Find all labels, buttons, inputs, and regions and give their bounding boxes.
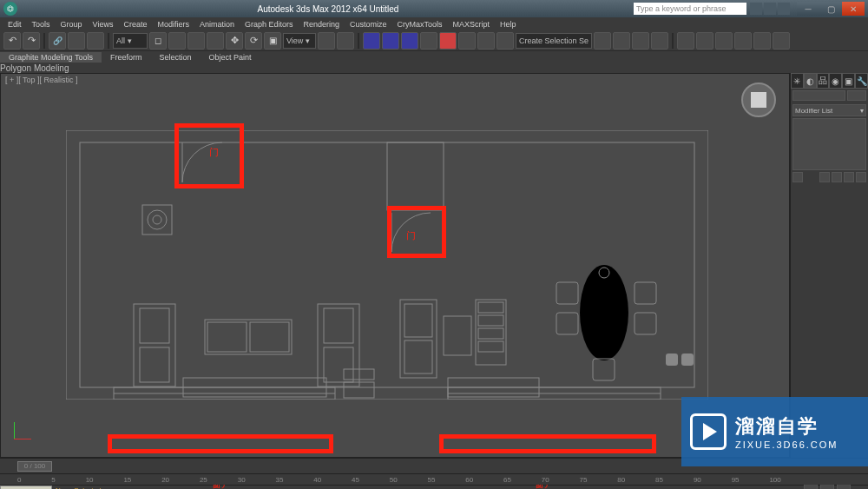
render-button[interactable] xyxy=(715,32,733,50)
bind-spacewarp-button[interactable] xyxy=(87,32,104,50)
select-button[interactable] xyxy=(149,32,167,50)
ribbon-toggle-button[interactable] xyxy=(594,32,611,50)
menu-group[interactable]: Group xyxy=(56,19,87,30)
spinner-snap-button[interactable] xyxy=(420,32,437,50)
modifier-list-dropdown[interactable]: Modifier List▾ xyxy=(792,104,866,116)
cmd-tab-utilities[interactable]: 🔧 xyxy=(855,73,868,89)
menu-modifiers[interactable]: Modifiers xyxy=(153,19,194,30)
menu-tools[interactable]: Tools xyxy=(28,19,55,30)
menu-views[interactable]: Views xyxy=(89,19,118,30)
cmd-tab-display[interactable]: ▣ xyxy=(842,73,855,89)
infocenter-star-icon[interactable] xyxy=(764,3,776,15)
show-end-result-button[interactable] xyxy=(819,172,830,182)
pin-stack-button[interactable] xyxy=(792,172,803,182)
link-button[interactable] xyxy=(49,32,66,50)
select-region-button[interactable] xyxy=(187,32,205,50)
render-preset-button[interactable] xyxy=(773,32,790,50)
main-toolbar: All ▾ View ▾ Create Selection Se xyxy=(0,30,868,51)
redo-button[interactable] xyxy=(23,32,40,50)
mirror-button[interactable] xyxy=(458,32,476,50)
app-icon[interactable]: ⏣ xyxy=(3,2,17,16)
selection-filter-dropdown[interactable]: All ▾ xyxy=(113,33,148,49)
ribbon-tab-selection[interactable]: Selection xyxy=(150,52,200,63)
close-button[interactable]: ✕ xyxy=(842,2,865,16)
floorplan-svg xyxy=(66,130,708,400)
menu-crymaxtools[interactable]: CryMaxTools xyxy=(393,19,447,30)
edit-named-sel-button[interactable] xyxy=(439,32,457,50)
material-editor-button[interactable] xyxy=(651,32,668,50)
configure-sets-button[interactable] xyxy=(856,172,866,182)
schematic-view-button[interactable] xyxy=(632,32,649,50)
cmd-tab-motion[interactable]: ◉ xyxy=(829,73,842,89)
viewport-shade-icon[interactable] xyxy=(666,354,678,366)
snap-toggle-button[interactable] xyxy=(363,32,380,50)
watermark-text: 溜溜自学 ZIXUE.3D66.COM xyxy=(735,413,838,450)
svg-point-2 xyxy=(148,210,167,229)
svg-rect-32 xyxy=(478,341,503,352)
menu-help[interactable]: Help xyxy=(496,19,521,30)
minimize-button[interactable]: ─ xyxy=(797,2,819,16)
layer-manager-button[interactable] xyxy=(496,32,514,50)
object-name-field[interactable] xyxy=(792,90,845,101)
tick: 30 xyxy=(238,476,246,484)
scale-button[interactable] xyxy=(264,32,281,50)
window-controls: ─ ▢ ✕ xyxy=(797,2,865,16)
time-slider-handle[interactable]: 0 / 100 xyxy=(17,461,52,472)
viewport-shade-icon[interactable] xyxy=(681,354,694,366)
menu-rendering[interactable]: Rendering xyxy=(299,19,345,30)
ribbon-tab-graphite[interactable]: Graphite Modeling Tools xyxy=(0,52,102,63)
named-selection-dropdown[interactable]: Create Selection Se xyxy=(516,33,592,49)
move-button[interactable] xyxy=(226,32,243,50)
make-unique-button[interactable] xyxy=(832,172,842,182)
ribbon-tab-objectpaint[interactable]: Object Paint xyxy=(200,52,260,63)
render-setup-button[interactable] xyxy=(677,32,694,50)
maxscript-listener[interactable]: Run to Physca xyxy=(0,486,52,489)
undo-button[interactable] xyxy=(3,32,21,50)
tick: 90 xyxy=(694,476,701,484)
viewcube-face[interactable] xyxy=(751,92,766,108)
window-title: Autodesk 3ds Max 2012 x64 Untitled xyxy=(23,4,634,14)
svg-rect-23 xyxy=(400,300,437,378)
render-production-button[interactable] xyxy=(753,32,771,50)
menu-create[interactable]: Create xyxy=(119,19,151,30)
cmd-tab-modify[interactable]: ◐ xyxy=(804,73,817,89)
viewport[interactable]: [ + ][ Top ][ Realistic ] xyxy=(0,73,790,458)
render-iterative-button[interactable] xyxy=(734,32,752,50)
tick: 15 xyxy=(123,476,131,484)
pivot-button[interactable] xyxy=(318,32,335,50)
cmd-tab-create[interactable]: ✳ xyxy=(791,73,804,89)
select-by-name-button[interactable] xyxy=(168,32,186,50)
object-color-swatch[interactable] xyxy=(847,90,866,101)
tick: 40 xyxy=(313,476,321,484)
maximize-button[interactable]: ▢ xyxy=(819,2,842,16)
ribbon-tab-freeform[interactable]: Freeform xyxy=(102,52,151,63)
infocenter-search-icon[interactable] xyxy=(750,3,762,15)
percent-snap-button[interactable] xyxy=(401,32,418,50)
viewport-label[interactable]: [ + ][ Top ][ Realistic ] xyxy=(5,76,78,84)
rotate-button[interactable] xyxy=(245,32,262,50)
time-ruler[interactable]: 0 5 10 15 20 25 30 35 40 45 50 55 60 65 … xyxy=(0,473,868,485)
modifier-stack[interactable] xyxy=(792,118,866,170)
curve-editor-button[interactable] xyxy=(613,32,630,50)
viewcube[interactable] xyxy=(741,83,776,117)
unlink-button[interactable] xyxy=(68,32,85,50)
cmd-tab-hierarchy[interactable]: 品 xyxy=(817,73,830,89)
menu-customize[interactable]: Customize xyxy=(345,19,391,30)
infocenter-help-icon[interactable] xyxy=(778,3,790,15)
refcoord-dropdown[interactable]: View ▾ xyxy=(283,33,316,49)
rendered-frame-button[interactable] xyxy=(696,32,713,50)
menu-grapheditors[interactable]: Graph Editors xyxy=(240,19,298,30)
tick: 20 xyxy=(161,476,169,484)
menu-edit[interactable]: Edit xyxy=(3,19,26,30)
menu-maxscript[interactable]: MAXScript xyxy=(449,19,495,30)
svg-rect-40 xyxy=(556,313,578,334)
svg-rect-30 xyxy=(478,315,503,326)
manipulate-button[interactable] xyxy=(337,32,354,50)
menu-animation[interactable]: Animation xyxy=(195,19,239,30)
modifier-stack-buttons xyxy=(792,172,866,182)
align-button[interactable] xyxy=(477,32,495,50)
window-crossing-button[interactable] xyxy=(207,32,224,50)
angle-snap-button[interactable] xyxy=(382,32,399,50)
search-input[interactable]: Type a keyword or phrase xyxy=(634,3,746,15)
remove-modifier-button[interactable] xyxy=(844,172,854,182)
